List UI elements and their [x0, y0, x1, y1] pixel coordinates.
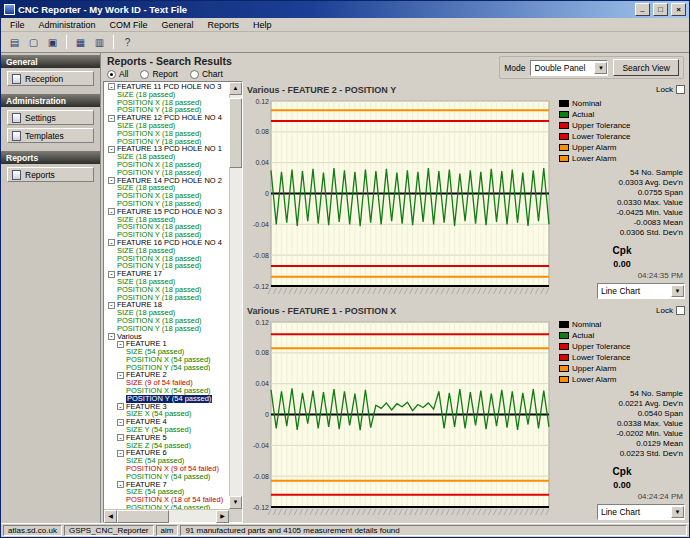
expand-collapse-icon[interactable] — [108, 208, 115, 215]
sidebar-item-templates[interactable]: Templates — [7, 128, 94, 143]
filter-all[interactable]: All — [107, 69, 128, 79]
tree-item[interactable]: SIZE Y (54 passed) — [106, 426, 229, 434]
radio-chart-icon[interactable] — [190, 70, 199, 79]
tree-vertical-scrollbar[interactable] — [229, 82, 242, 509]
tree-item[interactable]: POSITION X (54 passed) — [106, 356, 229, 364]
mode-select[interactable]: Double Panel — [530, 60, 608, 76]
tree-item[interactable]: POSITION Y (18 passed) — [106, 325, 229, 333]
expand-collapse-icon[interactable] — [108, 146, 115, 153]
expand-collapse-icon[interactable] — [108, 115, 115, 122]
search-view-button[interactable]: Search View — [613, 59, 679, 76]
sidebar-item-reception[interactable]: Reception — [7, 71, 94, 86]
tree-item[interactable]: FEATURE 4 — [106, 418, 229, 426]
tree-item[interactable]: POSITION Y (18 passed) — [106, 231, 229, 239]
preview-icon[interactable]: ▢ — [25, 34, 42, 50]
expand-collapse-icon[interactable] — [117, 341, 124, 348]
expand-collapse-icon[interactable] — [117, 450, 124, 457]
lock-checkbox[interactable] — [676, 85, 685, 94]
tree-item[interactable]: POSITION X (18 passed) — [106, 161, 229, 169]
tree-item[interactable]: FEATURE 11 PCD HOLE NO 3 — [106, 83, 229, 91]
tree-item[interactable]: POSITION X (18 passed) — [106, 286, 229, 294]
tree-item[interactable]: POSITION X (18 passed) — [106, 192, 229, 200]
tree-item[interactable]: FEATURE 1 — [106, 340, 229, 348]
sidebar-section-reports[interactable]: Reports — [1, 151, 100, 164]
expand-collapse-icon[interactable] — [108, 333, 115, 340]
lock-checkbox[interactable] — [676, 306, 685, 315]
tree-item[interactable]: FEATURE 17 — [106, 270, 229, 278]
expand-collapse-icon[interactable] — [108, 177, 115, 184]
sidebar-section-general[interactable]: General — [1, 55, 100, 68]
expand-collapse-icon[interactable] — [108, 239, 115, 246]
sidebar-item-reports[interactable]: Reports — [7, 167, 94, 182]
print-icon[interactable]: ▤ — [6, 34, 23, 50]
menu-item-reports[interactable]: Reports — [201, 19, 247, 31]
table-icon[interactable]: ▥ — [91, 34, 108, 50]
tree-item[interactable]: POSITION Y (18 passed) — [106, 169, 229, 177]
lock-control[interactable]: Lock — [656, 306, 685, 315]
help-icon[interactable]: ? — [119, 34, 136, 50]
expand-collapse-icon[interactable] — [117, 403, 124, 410]
tree-item[interactable]: FEATURE 6 — [106, 449, 229, 457]
minimize-button[interactable] — [635, 3, 650, 16]
close-button[interactable] — [671, 3, 686, 16]
tree-item[interactable]: POSITION X (18 passed) — [106, 223, 229, 231]
tree-item[interactable]: SIZE (18 passed) — [106, 153, 229, 161]
tree-item[interactable]: SIZE (54 passed) — [106, 488, 229, 496]
tree-item[interactable]: SIZE (18 passed) — [106, 216, 229, 224]
expand-collapse-icon[interactable] — [108, 271, 115, 278]
expand-collapse-icon[interactable] — [117, 372, 124, 379]
expand-collapse-icon[interactable] — [117, 481, 124, 488]
tree-item[interactable]: SIZE (18 passed) — [106, 278, 229, 286]
tree-item[interactable]: POSITION X (18 passed) — [106, 255, 229, 263]
tree-item[interactable]: FEATURE 5 — [106, 434, 229, 442]
expand-collapse-icon[interactable] — [108, 302, 115, 309]
lock-control[interactable]: Lock — [656, 85, 685, 94]
tree-item[interactable]: POSITION Y (18 passed) — [106, 294, 229, 302]
tree-item[interactable]: SIZE (18 passed) — [106, 91, 229, 99]
tree-horizontal-scrollbar[interactable] — [104, 509, 229, 522]
scroll-down-icon[interactable] — [229, 496, 242, 509]
tree-item[interactable]: POSITION Y (54 passed) — [106, 395, 229, 403]
tree-item[interactable]: POSITION Y (18 passed) — [106, 200, 229, 208]
tree-item[interactable]: SIZE X (54 passed) — [106, 410, 229, 418]
scroll-up-icon[interactable] — [229, 82, 242, 95]
tree-item[interactable]: SIZE Z (54 passed) — [106, 442, 229, 450]
tree-item[interactable]: FEATURE 12 PCD HOLE NO 4 — [106, 114, 229, 122]
menu-item-com-file[interactable]: COM File — [103, 19, 155, 31]
chevron-down-icon[interactable] — [671, 506, 684, 518]
vertical-scroll-thumb[interactable] — [229, 98, 242, 168]
chart-type-select[interactable]: Line Chart — [597, 504, 685, 520]
expand-collapse-icon[interactable] — [117, 434, 124, 441]
chevron-down-icon[interactable] — [671, 285, 684, 297]
sidebar-item-settings[interactable]: Settings — [7, 110, 94, 125]
sidebar-section-administration[interactable]: Administration — [1, 94, 100, 107]
tree-item[interactable]: POSITION Y (54 passed) — [106, 473, 229, 481]
tree-item[interactable]: POSITION Y (54 passed) — [106, 364, 229, 372]
tree-item[interactable]: POSITION Y (18 passed) — [106, 138, 229, 146]
tree-item[interactable]: SIZE (18 passed) — [106, 184, 229, 192]
tree-item[interactable]: FEATURE 3 — [106, 403, 229, 411]
tree-item[interactable]: SIZE (54 passed) — [106, 348, 229, 356]
menu-item-general[interactable]: General — [155, 19, 201, 31]
menu-item-file[interactable]: File — [3, 19, 32, 31]
tree-item[interactable]: POSITION X (9 of 54 failed) — [106, 465, 229, 473]
maximize-button[interactable] — [653, 3, 668, 16]
chevron-down-icon[interactable] — [594, 62, 607, 74]
scroll-right-icon[interactable] — [216, 510, 229, 523]
tree-item[interactable]: POSITION X (54 passed) — [106, 387, 229, 395]
filter-report[interactable]: Report — [140, 69, 178, 79]
menu-item-help[interactable]: Help — [246, 19, 279, 31]
expand-collapse-icon[interactable] — [117, 419, 124, 426]
tree-item[interactable]: SIZE (54 passed) — [106, 457, 229, 465]
tree-item[interactable]: SIZE (18 passed) — [106, 309, 229, 317]
title-bar[interactable]: CNC Reporter - My Work ID - Text File — [1, 1, 689, 18]
tree-item[interactable]: Various — [106, 333, 229, 341]
tree-item[interactable]: POSITION Y (18 passed) — [106, 106, 229, 114]
chart-type-select[interactable]: Line Chart — [597, 283, 685, 299]
tree-item[interactable]: FEATURE 18 — [106, 301, 229, 309]
tree-item[interactable]: FEATURE 14 PCD HOLE NO 2 — [106, 177, 229, 185]
radio-all-icon[interactable] — [107, 70, 116, 79]
scroll-left-icon[interactable] — [104, 510, 117, 523]
line-chart-icon[interactable]: ▦ — [72, 34, 89, 50]
tree-item[interactable]: FEATURE 16 PCD HOLE NO 4 — [106, 239, 229, 247]
